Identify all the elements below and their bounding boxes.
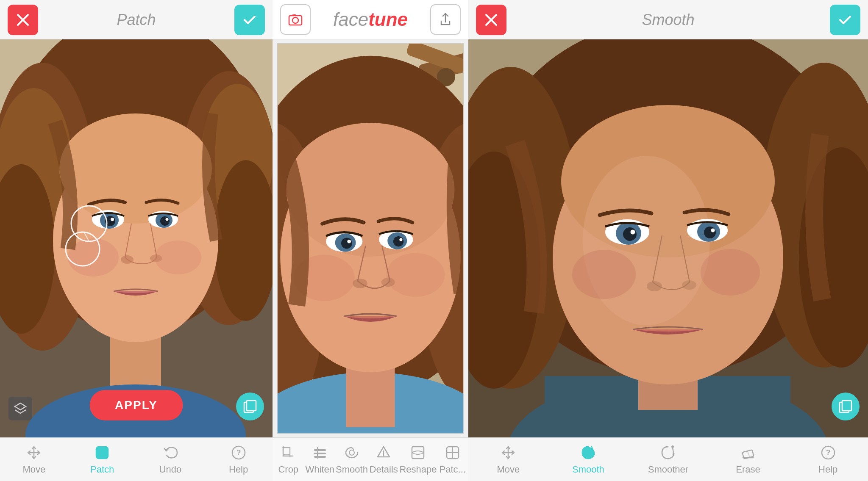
move-icon (25, 444, 43, 462)
tool-erase-right[interactable]: Erase (708, 438, 788, 481)
svg-point-112 (671, 445, 674, 448)
tool-patch-left[interactable]: Patch (68, 438, 136, 481)
close-button-left[interactable] (8, 5, 38, 35)
svg-point-109 (682, 280, 696, 290)
camera-button[interactable] (280, 4, 311, 35)
panel-patch: Patch (0, 0, 273, 481)
tool-smooth-right[interactable]: Smooth (548, 438, 629, 481)
tool-label-details: Details (370, 464, 398, 475)
image-area-right[interactable] (468, 39, 868, 437)
image-area-left[interactable]: APPLY (0, 39, 273, 437)
topbar-right: Smooth (468, 0, 868, 39)
svg-point-103 (631, 230, 635, 235)
details-icon (375, 444, 392, 462)
logo-tune: tune (368, 9, 408, 30)
svg-point-59 (386, 253, 445, 297)
tool-label-smooth-mid: Smooth (336, 464, 368, 475)
patch-icon-mid (444, 444, 462, 462)
svg-point-62 (341, 238, 352, 249)
panel-mid: facetune (273, 0, 468, 481)
tool-details-mid[interactable]: Details (368, 438, 400, 481)
tool-help-left[interactable]: ? Help (204, 438, 273, 481)
svg-point-99 (701, 249, 760, 296)
tool-crop-mid[interactable]: Crop (273, 438, 304, 481)
svg-rect-111 (842, 401, 851, 411)
image-area-mid[interactable] (277, 43, 464, 434)
confirm-button-left[interactable] (234, 5, 265, 35)
svg-point-24 (166, 218, 169, 221)
svg-rect-55 (346, 366, 395, 427)
svg-marker-31 (15, 403, 26, 410)
copy-icon-button-left[interactable] (236, 393, 264, 420)
svg-point-67 (399, 238, 402, 241)
tool-label-smooth-right: Smooth (572, 464, 604, 475)
whiten-icon (311, 444, 329, 462)
copy-icon-button-right[interactable] (832, 393, 860, 420)
panel-smooth: Smooth (468, 0, 868, 481)
tool-label-help-right: Help (818, 464, 837, 475)
tool-undo-left[interactable]: Undo (136, 438, 205, 481)
tool-label-crop: Crop (278, 464, 298, 475)
svg-point-66 (393, 236, 403, 246)
confirm-button-right[interactable] (830, 5, 860, 35)
tool-reshape-mid[interactable]: Reshape (399, 438, 437, 481)
tool-label-smoother: Smoother (648, 464, 688, 475)
reshape-icon (409, 444, 427, 462)
svg-point-75 (349, 450, 354, 455)
svg-point-20 (111, 218, 114, 221)
svg-point-98 (572, 250, 636, 299)
tool-label-undo-left: Undo (159, 464, 182, 475)
crop-icon (279, 444, 297, 462)
tool-label-reshape: Reshape (399, 464, 437, 475)
svg-rect-72 (314, 453, 326, 454)
svg-point-68 (353, 279, 367, 288)
svg-rect-73 (314, 456, 326, 458)
tool-patch-mid[interactable]: Patc... (437, 438, 469, 481)
svg-text:?: ? (826, 448, 830, 457)
svg-point-23 (160, 216, 170, 226)
tool-move-right[interactable]: Move (468, 438, 548, 481)
tool-help-right[interactable]: ? Help (788, 438, 868, 481)
svg-rect-70 (283, 448, 290, 454)
svg-point-108 (647, 281, 662, 291)
svg-point-25 (121, 255, 134, 264)
svg-rect-79 (412, 447, 424, 459)
tool-smooth-mid[interactable]: Smooth (336, 438, 368, 481)
svg-point-102 (623, 227, 637, 241)
move-icon-right (499, 444, 517, 462)
smooth-icon (343, 444, 361, 462)
topbar-left: Patch (0, 0, 273, 39)
apply-button[interactable]: APPLY (89, 390, 183, 420)
tool-label-move-left: Move (22, 464, 45, 475)
svg-point-40 (292, 17, 298, 23)
svg-line-115 (747, 451, 750, 457)
layers-icon-button[interactable] (8, 397, 32, 420)
tool-label-patch-mid: Patc... (440, 464, 466, 475)
tool-label-erase: Erase (736, 464, 760, 475)
toolbar-right: Move Smooth Smoother (468, 437, 868, 481)
logo-face: face (333, 9, 368, 30)
erase-icon (739, 444, 757, 462)
svg-point-97 (583, 156, 710, 325)
tool-label-help-left: Help (229, 464, 248, 475)
share-button[interactable] (430, 4, 461, 35)
panel-title-left: Patch (117, 11, 156, 29)
help-icon-left: ? (230, 444, 248, 462)
tool-smoother-right[interactable]: Smoother (628, 438, 708, 481)
svg-point-78 (383, 455, 384, 456)
svg-point-57 (287, 123, 455, 257)
close-button-right[interactable] (476, 5, 506, 35)
tool-whiten-mid[interactable]: Whiten (304, 438, 336, 481)
tool-label-patch-left: Patch (90, 464, 114, 475)
logo: facetune (333, 9, 408, 30)
svg-point-106 (704, 227, 716, 238)
toolbar-left: Move Patch Undo (0, 437, 273, 481)
tool-move-left[interactable]: Move (0, 438, 68, 481)
topbar-mid: facetune (273, 0, 468, 39)
patch-icon (93, 444, 111, 462)
svg-point-26 (150, 254, 162, 262)
smooth-icon-right (579, 444, 597, 462)
svg-text:?: ? (236, 448, 241, 457)
help-icon-right: ? (819, 444, 837, 462)
undo-icon (161, 444, 179, 462)
